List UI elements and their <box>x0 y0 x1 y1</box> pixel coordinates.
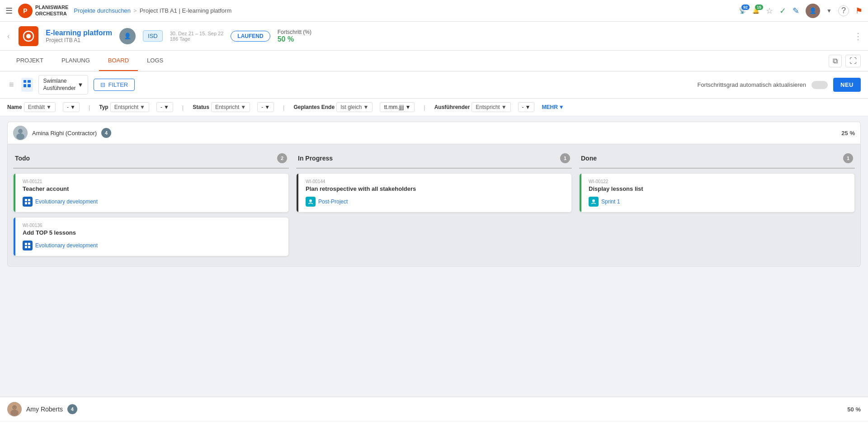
filter-name: Name Enthält▼ <box>7 102 56 112</box>
done-title: Done <box>581 155 597 162</box>
todo-divider <box>13 168 289 169</box>
todo-title: Todo <box>15 155 30 162</box>
breadcrumb: Projekte durchsuchen > Project ITB A1 | … <box>74 7 231 14</box>
card-title: Plan retrospective with all stakeholders <box>302 185 566 192</box>
filter-sep3: | <box>283 104 284 111</box>
card-tag[interactable]: Evolutionary development <box>19 241 283 250</box>
help-icon[interactable]: ? <box>838 5 849 16</box>
card-id: WI-00121 <box>19 179 283 184</box>
avatar-chevron[interactable]: ▼ <box>826 8 832 14</box>
new-button[interactable]: NEU <box>833 78 861 92</box>
inprogress-column: In Progress 1 WI-00144 Plan retrospectiv… <box>296 150 572 261</box>
expand-button[interactable]: ‹ <box>5 30 11 42</box>
card-wi00121[interactable]: WI-00121 Teacher account Evolutionary de… <box>13 173 289 212</box>
checkmark-icon[interactable]: ✓ <box>779 6 786 16</box>
filter-status-op[interactable]: Entspricht▼ <box>211 102 250 112</box>
card-wi00136[interactable]: WI-00136 Add TOP 5 lessons Evolutionary … <box>13 217 289 256</box>
filter-ausfuehrender-val[interactable]: -▼ <box>518 102 535 112</box>
swimlane-amy[interactable]: Amy Roberts 4 50 % <box>0 397 868 421</box>
tab-logs[interactable]: LOGS <box>138 51 172 71</box>
card-tag[interactable]: Post-Project <box>302 197 566 207</box>
svg-point-1 <box>26 34 31 38</box>
done-divider <box>579 168 855 169</box>
tag-label: Post-Project <box>318 198 348 205</box>
auto-update-toggle[interactable] <box>811 81 828 89</box>
tab-board[interactable]: BOARD <box>99 51 138 71</box>
project-icon <box>19 26 38 46</box>
filter-name-op[interactable]: Enthält▼ <box>24 102 56 112</box>
copy-view-button[interactable]: ⧉ <box>829 55 842 67</box>
filter-status-label: Status <box>193 104 209 110</box>
filter-name-val[interactable]: -▼ <box>63 102 80 112</box>
project-header: ‹ E-learning platform Project ITB A1 👤 I… <box>0 22 868 51</box>
filter-status-val[interactable]: -▼ <box>257 102 274 112</box>
svg-rect-15 <box>25 246 27 248</box>
user-avatar[interactable]: 👤 <box>806 4 820 18</box>
amy-percent: 50 % <box>847 406 861 413</box>
card-title: Display lessons list <box>585 185 849 192</box>
auto-update-label: Fortschrittsgrad automatisch aktualisier… <box>697 81 806 88</box>
card-tag[interactable]: Sprint 1 <box>585 197 849 207</box>
svg-rect-14 <box>28 243 30 245</box>
notifications-badge: 92 <box>741 5 750 10</box>
filter-end-label: Geplantes Ende <box>293 104 335 110</box>
edit-icon[interactable]: ✎ <box>793 6 799 16</box>
toolbar-right: Fortschrittsgrad automatisch aktualisier… <box>697 78 861 92</box>
breadcrumb-sep: > <box>133 7 137 14</box>
project-info: E-learning platform Project ITB A1 <box>46 29 112 43</box>
swimlane-amina: Amina Righi (Contractor) 4 25 % Todo 2 W… <box>7 122 861 267</box>
card-wi00122[interactable]: WI-00122 Display lessons list Sprint 1 <box>579 173 855 212</box>
flag-icon[interactable]: ⚑ <box>855 6 863 16</box>
logo: P PLANISWAREORCHESTRA <box>18 4 68 18</box>
filter-ausfuehrender-label: Ausführender <box>434 104 470 110</box>
alerts-button[interactable]: 🔔 15 <box>752 7 760 14</box>
tab-planung[interactable]: PLANUNG <box>52 51 99 71</box>
svg-rect-16 <box>28 246 30 248</box>
project-sub: Project ITB A1 <box>46 37 112 43</box>
mehr-button[interactable]: MEHR▼ <box>542 104 564 110</box>
swimlane-selector[interactable]: SwimlaneAusführender ▼ <box>38 75 89 94</box>
card-title: Teacher account <box>19 185 283 192</box>
logo-text: PLANISWAREORCHESTRA <box>35 5 68 16</box>
svg-point-18 <box>592 199 595 202</box>
fortschritt-info: Fortschritt (%) 50 % <box>278 29 311 43</box>
filter-typ-op[interactable]: Entspricht▼ <box>110 102 149 112</box>
card-wi00144[interactable]: WI-00144 Plan retrospective with all sta… <box>296 173 572 212</box>
swimlane-header-amina[interactable]: Amina Righi (Contractor) 4 25 % <box>7 122 861 144</box>
svg-rect-2 <box>24 80 26 83</box>
breadcrumb-link[interactable]: Projekte durchsuchen <box>74 7 131 14</box>
filter-ausfuehrender-op[interactable]: Entspricht▼ <box>472 102 510 112</box>
done-count: 1 <box>843 153 853 163</box>
more-button[interactable]: ⋮ <box>854 31 863 42</box>
filter-typ: Typ Entspricht▼ <box>99 102 149 112</box>
star-icon[interactable]: ☆ <box>766 6 773 16</box>
swimlane-steven[interactable]: Steven Rillo 3 33.33 % <box>0 421 868 425</box>
filter-typ-val[interactable]: -▼ <box>156 102 173 112</box>
board-content: Amina Righi (Contractor) 4 25 % Todo 2 W… <box>0 116 868 397</box>
top-nav: ☰ P PLANISWAREORCHESTRA Projekte durchsu… <box>0 0 868 22</box>
svg-point-8 <box>16 133 24 140</box>
card-border <box>297 174 298 212</box>
filter-label: FILTER <box>108 81 128 88</box>
tag-icon <box>589 197 599 207</box>
inprogress-col-header: In Progress 1 <box>296 150 572 168</box>
card-tag[interactable]: Evolutionary development <box>19 197 283 207</box>
todo-count: 2 <box>277 153 287 163</box>
filter-button[interactable]: ⊟ FILTER <box>94 79 135 91</box>
svg-point-20 <box>12 405 17 410</box>
list-view-button[interactable]: ≡ <box>7 78 16 91</box>
tag-icon <box>23 197 33 207</box>
filter-end-op[interactable]: Ist gleich▼ <box>336 102 373 112</box>
notifications-button[interactable]: 📡 92 <box>739 7 746 14</box>
tag-label: Sprint 1 <box>601 198 620 205</box>
filter-end-val[interactable]: tt.mm.jjjj▼ <box>380 102 415 112</box>
tab-projekt[interactable]: PROJEKT <box>7 51 52 71</box>
fullscreen-button[interactable]: ⛶ <box>845 55 861 67</box>
done-column: Done 1 WI-00122 Display lessons list <box>579 150 855 261</box>
grid-view-button[interactable] <box>21 78 33 92</box>
filter-end: Geplantes Ende Ist gleich▼ <box>293 102 373 112</box>
filter-icon: ⊟ <box>100 81 105 88</box>
filter-sep2: | <box>182 104 184 111</box>
svg-rect-11 <box>25 202 27 204</box>
hamburger-icon[interactable]: ☰ <box>5 6 13 16</box>
